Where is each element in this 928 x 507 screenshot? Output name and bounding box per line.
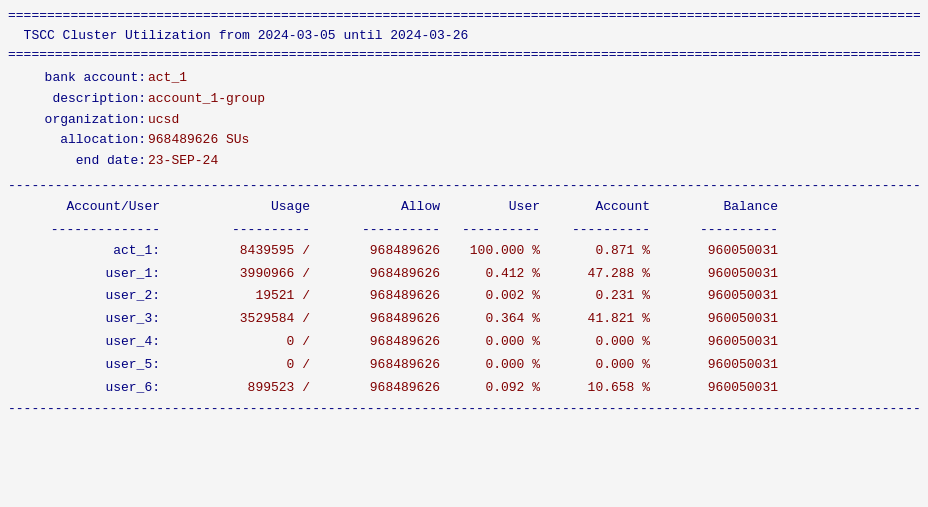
- description-label: description:: [8, 89, 148, 110]
- cell-account: 0.000 %: [548, 355, 658, 376]
- cell-balance: 960050031: [658, 286, 778, 307]
- cell-user: 0.000 %: [448, 332, 548, 353]
- col-header-allow: Allow: [318, 197, 448, 218]
- organization-value: ucsd: [148, 110, 179, 131]
- cell-account-user: user_1:: [8, 264, 168, 285]
- dash-col2: ----------: [168, 220, 318, 240]
- organization-row: organization: ucsd: [8, 110, 920, 131]
- dash-col3: ----------: [318, 220, 448, 240]
- title-bottom-separator: ========================================…: [8, 45, 920, 65]
- dash-col4: ----------: [448, 220, 548, 240]
- cell-account-user: act_1:: [8, 241, 168, 262]
- end-date-label: end date:: [8, 151, 148, 172]
- cell-account: 10.658 %: [548, 378, 658, 399]
- bank-account-value: act_1: [148, 68, 187, 89]
- cell-account: 41.821 %: [548, 309, 658, 330]
- cell-allow: 968489626: [318, 309, 448, 330]
- table-bottom-separator: ----------------------------------------…: [8, 399, 920, 419]
- allocation-label: allocation:: [8, 130, 148, 151]
- cell-balance: 960050031: [658, 332, 778, 353]
- cell-allow: 968489626: [318, 264, 448, 285]
- main-container: ========================================…: [0, 0, 928, 507]
- description-row: description: account_1-group: [8, 89, 920, 110]
- cell-user: 0.092 %: [448, 378, 548, 399]
- top-separator: ========================================…: [8, 6, 920, 26]
- account-info-block: bank account: act_1 description: account…: [8, 64, 920, 176]
- dash-col6: ----------: [658, 220, 778, 240]
- table-body: act_1: 8439595 / 968489626 100.000 % 0.8…: [8, 240, 920, 400]
- table-row: user_6: 899523 / 968489626 0.092 % 10.65…: [8, 377, 920, 400]
- cell-usage: 0 /: [168, 332, 318, 353]
- cell-balance: 960050031: [658, 241, 778, 262]
- cell-allow: 968489626: [318, 286, 448, 307]
- cell-usage: 0 /: [168, 355, 318, 376]
- table-section: ----------------------------------------…: [8, 176, 920, 419]
- cell-usage: 3529584 /: [168, 309, 318, 330]
- cell-usage: 8439595 /: [168, 241, 318, 262]
- allocation-row: allocation: 968489626 SUs: [8, 130, 920, 151]
- cell-user: 0.000 %: [448, 355, 548, 376]
- col-header-account-user: Account/User: [8, 197, 168, 218]
- table-row: act_1: 8439595 / 968489626 100.000 % 0.8…: [8, 240, 920, 263]
- page-title: TSCC Cluster Utilization from 2024-03-05…: [8, 26, 920, 45]
- cell-user: 0.364 %: [448, 309, 548, 330]
- bank-account-label: bank account:: [8, 68, 148, 89]
- cell-account-user: user_2:: [8, 286, 168, 307]
- cell-account: 0.871 %: [548, 241, 658, 262]
- cell-usage: 3990966 /: [168, 264, 318, 285]
- cell-balance: 960050031: [658, 264, 778, 285]
- table-row: user_3: 3529584 / 968489626 0.364 % 41.8…: [8, 308, 920, 331]
- col-header-account: Account: [548, 197, 658, 218]
- cell-balance: 960050031: [658, 378, 778, 399]
- cell-account-user: user_3:: [8, 309, 168, 330]
- cell-account: 0.000 %: [548, 332, 658, 353]
- cell-account: 47.288 %: [548, 264, 658, 285]
- col-header-balance: Balance: [658, 197, 778, 218]
- cell-account-user: user_5:: [8, 355, 168, 376]
- col-header-user: User: [448, 197, 548, 218]
- cell-usage: 19521 /: [168, 286, 318, 307]
- cell-usage: 899523 /: [168, 378, 318, 399]
- end-date-value: 23-SEP-24: [148, 151, 218, 172]
- dashes-row: -------------- ---------- ---------- ---…: [8, 220, 920, 240]
- organization-label: organization:: [8, 110, 148, 131]
- cell-user: 0.002 %: [448, 286, 548, 307]
- table-row: user_1: 3990966 / 968489626 0.412 % 47.2…: [8, 263, 920, 286]
- table-row: user_2: 19521 / 968489626 0.002 % 0.231 …: [8, 285, 920, 308]
- col-header-usage: Usage: [168, 197, 318, 218]
- allocation-value: 968489626 SUs: [148, 130, 249, 151]
- end-date-row: end date: 23-SEP-24: [8, 151, 920, 172]
- cell-account-user: user_6:: [8, 378, 168, 399]
- cell-allow: 968489626: [318, 378, 448, 399]
- cell-balance: 960050031: [658, 309, 778, 330]
- cell-allow: 968489626: [318, 355, 448, 376]
- bank-account-row: bank account: act_1: [8, 68, 920, 89]
- cell-account-user: user_4:: [8, 332, 168, 353]
- description-value: account_1-group: [148, 89, 265, 110]
- cell-allow: 968489626: [318, 241, 448, 262]
- cell-allow: 968489626: [318, 332, 448, 353]
- table-row: user_4: 0 / 968489626 0.000 % 0.000 % 96…: [8, 331, 920, 354]
- dash-col5: ----------: [548, 220, 658, 240]
- table-top-separator: ----------------------------------------…: [8, 176, 920, 196]
- table-header: Account/User Usage Allow User Account Ba…: [8, 195, 920, 220]
- cell-user: 0.412 %: [448, 264, 548, 285]
- cell-user: 100.000 %: [448, 241, 548, 262]
- cell-account: 0.231 %: [548, 286, 658, 307]
- table-row: user_5: 0 / 968489626 0.000 % 0.000 % 96…: [8, 354, 920, 377]
- cell-balance: 960050031: [658, 355, 778, 376]
- dash-col1: --------------: [8, 220, 168, 240]
